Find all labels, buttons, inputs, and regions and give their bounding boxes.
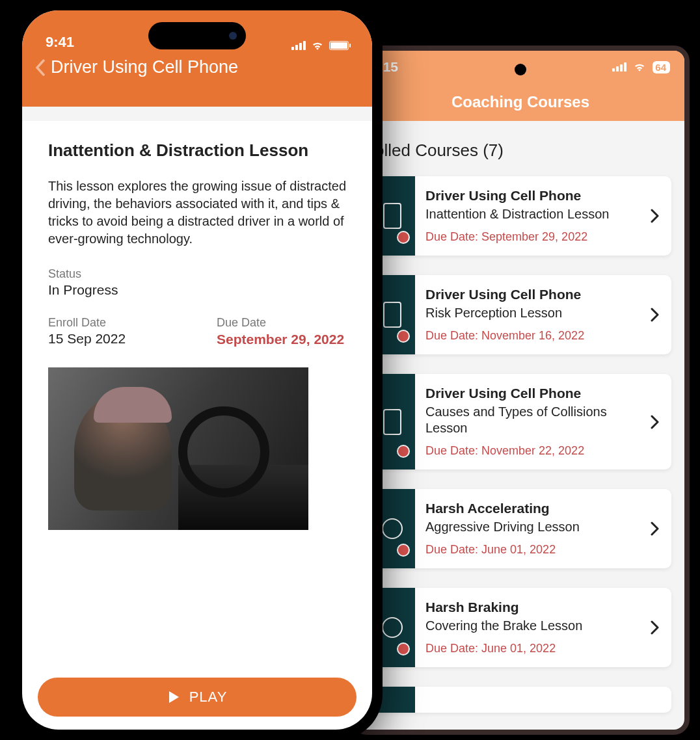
status-value: In Progress <box>48 282 346 298</box>
chevron-right-icon <box>639 588 671 667</box>
course-card[interactable]: Harsh Braking Covering the Brake Lesson … <box>370 588 671 667</box>
course-due-date: Due Date: June 01, 2022 <box>425 642 628 655</box>
video-badge-icon <box>397 231 410 244</box>
ios-nav-bar: Driver Using Cell Phone <box>22 56 372 107</box>
due-date-label: Due Date <box>217 316 346 330</box>
phone-icon <box>383 203 401 229</box>
course-subtitle: Covering the Brake Lesson <box>425 618 628 634</box>
status-label: Status <box>48 267 346 281</box>
video-badge-icon <box>397 330 410 343</box>
signal-icon <box>612 62 626 72</box>
phone-icon <box>383 302 401 328</box>
battery-indicator: 64 <box>653 61 670 73</box>
section-heading: olled Courses (7) <box>370 140 671 161</box>
enroll-date-value: 15 Sep 2022 <box>48 331 178 347</box>
chevron-right-icon <box>639 374 671 469</box>
signal-icon <box>291 41 306 50</box>
video-badge-icon <box>397 642 410 655</box>
android-camera-cutout <box>515 64 526 75</box>
lesson-hero-image <box>48 367 308 530</box>
enroll-date-label: Enroll Date <box>48 316 178 330</box>
course-card[interactable]: Driver Using Cell Phone Causes and Types… <box>370 374 671 469</box>
iphone-screen: 9:41 Driver Using Cell Phone Inattention… <box>22 10 372 730</box>
lesson-description: This lesson explores the growing issue o… <box>48 178 346 248</box>
course-card[interactable]: Driver Using Cell Phone Inattention & Di… <box>370 176 671 256</box>
play-button[interactable]: PLAY <box>38 678 357 717</box>
status-time: 9:41 <box>46 34 74 51</box>
course-subtitle: Aggressive Driving Lesson <box>425 519 628 535</box>
video-badge-icon <box>397 544 410 557</box>
video-badge-icon <box>397 445 410 458</box>
lesson-detail-area[interactable]: Inattention & Distraction Lesson This le… <box>22 121 372 530</box>
courses-scroll-area[interactable]: olled Courses (7) Driver Using Cell Phon… <box>357 121 684 713</box>
course-title: Harsh Braking <box>425 600 628 615</box>
course-card[interactable]: Driver Using Cell Phone Risk Perception … <box>370 275 671 354</box>
brake-icon <box>382 617 403 638</box>
android-screen: 2:15 64 k Coaching Courses olled Courses… <box>357 51 684 730</box>
course-title: Driver Using Cell Phone <box>425 287 628 302</box>
wifi-icon <box>311 40 324 51</box>
gear-icon <box>382 518 403 539</box>
dynamic-island <box>148 22 246 49</box>
iphone-device-frame: 9:41 Driver Using Cell Phone Inattention… <box>12 0 383 740</box>
back-button[interactable] <box>35 59 46 81</box>
page-title: Coaching Courses <box>451 93 589 111</box>
chevron-right-icon <box>639 275 671 354</box>
phone-icon <box>383 409 401 435</box>
page-title: Driver Using Cell Phone <box>51 57 238 77</box>
content-separator <box>22 107 372 121</box>
play-button-label: PLAY <box>189 689 228 706</box>
due-date-value: September 29, 2022 <box>217 331 346 348</box>
course-subtitle: Inattention & Distraction Lesson <box>425 206 628 222</box>
course-subtitle: Causes and Types of Collisions Lesson <box>425 404 628 436</box>
play-icon <box>167 690 180 704</box>
course-card[interactable]: Harsh Accelerating Aggressive Driving Le… <box>370 489 671 568</box>
course-due-date: Due Date: November 16, 2022 <box>425 329 628 343</box>
course-subtitle: Risk Perception Lesson <box>425 305 628 321</box>
course-title: Harsh Accelerating <box>425 501 628 516</box>
course-due-date: Due Date: November 22, 2022 <box>425 444 628 458</box>
lesson-title: Inattention & Distraction Lesson <box>48 140 346 161</box>
battery-icon <box>329 41 349 50</box>
chevron-right-icon <box>639 489 671 568</box>
wifi-icon <box>633 62 646 72</box>
course-due-date: Due Date: June 01, 2022 <box>425 543 628 557</box>
course-due-date: Due Date: September 29, 2022 <box>425 230 628 244</box>
course-title: Driver Using Cell Phone <box>425 386 628 401</box>
course-title: Driver Using Cell Phone <box>425 188 628 204</box>
android-device-frame: 2:15 64 k Coaching Courses olled Courses… <box>351 46 690 735</box>
android-nav-bar: k Coaching Courses <box>357 83 684 121</box>
chevron-right-icon <box>639 176 671 256</box>
course-card[interactable] <box>370 687 671 713</box>
